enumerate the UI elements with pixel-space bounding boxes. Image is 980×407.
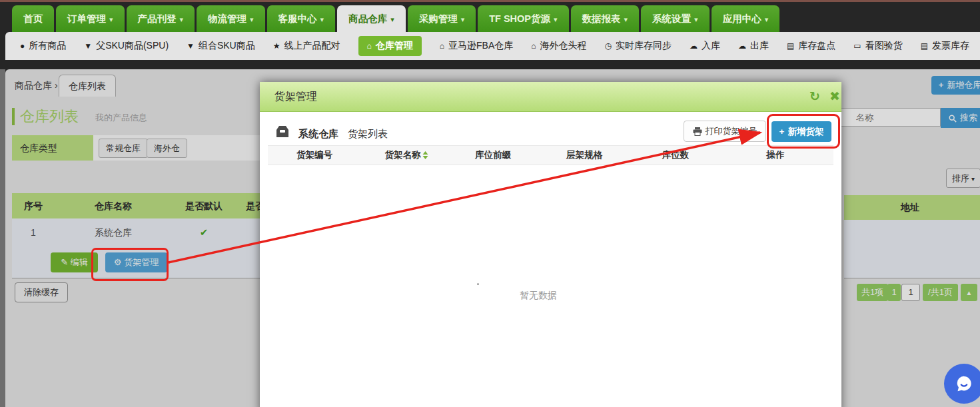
empty-state-text: 暂无数据 [520,290,557,302]
subnav-label: 实时库存同步 [616,40,672,52]
subnav-stocktake[interactable]: ▤库存盘点 [787,40,835,52]
subnav-all-products[interactable]: ●所有商品 [20,40,66,52]
chevron-down-icon [550,13,558,24]
subnav-overseas-firstleg[interactable]: ⌂海外仓头程 [531,40,586,52]
tab-label: 订单管理 [67,13,106,24]
secondary-navigation: ●所有商品 ▼父SKU商品(SPU) ▼组合SKU商品 ★线上产品配对 ⌂仓库管… [5,32,980,60]
add-shelf-button[interactable]: 新增货架 [771,121,831,142]
chevron-down-icon [691,13,698,24]
left-gutter [0,69,5,407]
col-shelf-spec: 层架规格 [566,146,602,165]
col-location-count: 库位数 [662,146,690,165]
tab-label: 首页 [23,13,43,24]
top-navigation: 首页 订单管理 产品刊登 物流管理 客服中心 商品仓库 采购管理 TF SHOP… [12,5,779,32]
subnav-label: 看图验货 [865,40,903,52]
subnav-label: 父SKU商品(SPU) [96,40,169,52]
dot-icon: ● [20,41,25,51]
sort-arrows-icon [423,151,428,159]
subnav-label: 仓库管理 [376,40,413,52]
chevron-down-icon [458,13,465,24]
tab-tfshop-supply[interactable]: TF SHOP货源 [478,5,568,32]
subnav-label: 发票库存 [932,40,969,52]
monitor-icon: ▭ [853,41,861,51]
list-icon: ▤ [921,41,928,51]
subnav-invoice-stock[interactable]: ▤发票库存 [921,40,969,52]
tab-label: 商品仓库 [348,13,387,24]
cloud-icon: ☁ [690,41,698,51]
subnav-label: 亚马逊FBA仓库 [448,40,513,52]
star-icon: ★ [273,41,280,51]
subnav-warehouse-management-active[interactable]: ⌂仓库管理 [358,36,422,56]
chevron-down-icon [387,13,394,24]
tab-logistics[interactable]: 物流管理 [197,5,265,32]
filter-icon: ▼ [187,41,195,51]
chevron-down-icon [246,13,254,24]
tab-data-reports[interactable]: 数据报表 [571,5,640,32]
clock-icon: ◷ [604,41,611,51]
tab-label: 数据报表 [582,13,621,24]
refresh-icon[interactable]: ↻ [809,89,820,105]
chevron-down-icon [106,13,113,24]
tab-home[interactable]: 首页 [12,5,54,32]
close-icon[interactable]: ✖ [829,89,840,105]
chevron-down-icon [317,13,324,24]
tab-label: 客服中心 [278,13,317,24]
subnav-label: 入库 [702,40,720,52]
tab-system-settings[interactable]: 系统设置 [641,5,710,32]
tab-product-listing[interactable]: 产品刊登 [127,5,195,32]
subnav-combo-sku[interactable]: ▼组合SKU商品 [187,40,255,52]
artifact-dot [477,283,479,285]
modal-header: 货架管理 ↻ ✖ [260,82,841,112]
tab-app-center[interactable]: 应用中心 [712,5,780,32]
shelf-management-modal: 货架管理 ↻ ✖ 系统仓库 货架列表 打印货架编号 新增货架 货架编号 货架名称… [260,82,841,407]
home-icon: ⌂ [440,41,444,51]
subnav-realtime-sync[interactable]: ◷实时库存同步 [604,40,671,52]
tab-product-warehouse[interactable]: 商品仓库 [337,5,406,32]
col-shelf-name[interactable]: 货架名称 [385,146,428,165]
subnav-label: 所有商品 [29,40,66,52]
chat-widget-button[interactable] [944,364,980,404]
tab-label: 系统设置 [652,13,691,24]
subnav-label: 出库 [750,40,769,52]
chevron-down-icon [761,13,769,24]
app-window: 首页 订单管理 产品刊登 物流管理 客服中心 商品仓库 采购管理 TF SHOP… [0,0,980,407]
chevron-down-icon [621,13,628,24]
tab-label: 应用中心 [723,13,761,24]
subnav-online-pairing[interactable]: ★线上产品配对 [273,40,340,52]
subnav-photo-inspection[interactable]: ▭看图验货 [853,40,902,52]
modal-list-label: 货架列表 [348,128,388,141]
print-shelf-codes-button[interactable]: 打印货架编号 [684,121,766,142]
cloud-icon: ☁ [738,41,746,51]
print-label: 打印货架编号 [706,126,757,136]
modal-warehouse-name: 系统仓库 [298,128,338,141]
tab-label: TF SHOP货源 [489,13,550,24]
chevron-down-icon [177,13,184,24]
shelf-table-header: 货架编号 货架名称 库位前缀 层架规格 库位数 操作 [268,145,833,165]
modal-title: 货架管理 [274,90,317,104]
tab-label: 产品刊登 [138,13,177,24]
subnav-label: 组合SKU商品 [199,40,255,52]
subnav-label: 库存盘点 [798,40,835,52]
col-location-prefix: 库位前缀 [475,146,511,165]
home-icon: ⌂ [531,41,536,51]
subnav-outbound[interactable]: ☁出库 [738,40,769,52]
tab-orders[interactable]: 订单管理 [56,5,125,32]
tab-label: 物流管理 [208,13,246,24]
subnav-label: 线上产品配对 [284,40,340,52]
subnav-label: 海外仓头程 [540,40,586,52]
archive-box-icon [274,125,290,139]
chat-bubble-icon [954,374,974,394]
home-icon: ⌂ [367,41,372,51]
subnav-parent-sku[interactable]: ▼父SKU商品(SPU) [84,40,169,52]
subnav-amazon-fba[interactable]: ⌂亚马逊FBA仓库 [440,40,513,52]
subnav-inbound[interactable]: ☁入库 [690,40,720,52]
printer-icon [693,127,702,136]
list-icon: ▤ [787,41,794,51]
tab-customer-service[interactable]: 客服中心 [267,5,336,32]
tab-label: 采购管理 [419,13,458,24]
window-top-stripe [0,0,980,2]
tab-purchasing[interactable]: 采购管理 [408,5,476,32]
col-shelf-code: 货架编号 [296,146,332,165]
col-actions: 操作 [767,146,785,165]
filter-icon: ▼ [84,41,92,51]
